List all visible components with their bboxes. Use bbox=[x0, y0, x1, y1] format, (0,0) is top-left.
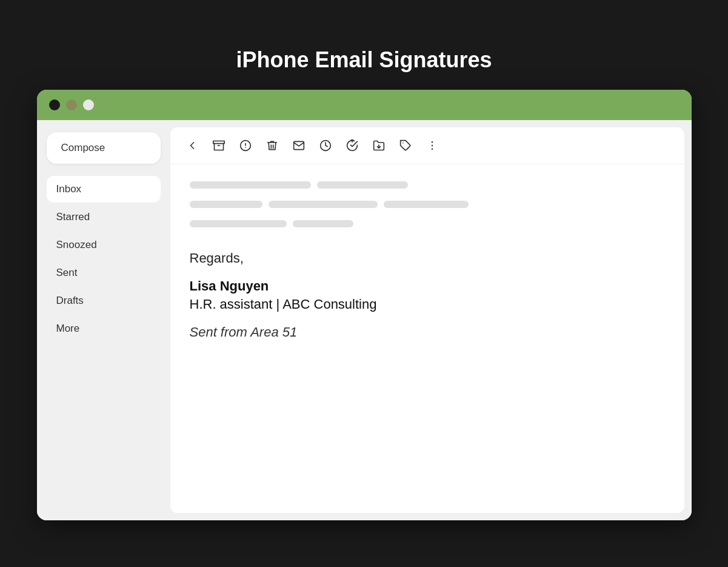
add-task-icon[interactable] bbox=[345, 138, 359, 153]
svg-point-11 bbox=[431, 141, 433, 143]
sidebar-item-inbox[interactable]: Inbox bbox=[47, 176, 161, 203]
label-icon[interactable] bbox=[398, 138, 413, 153]
page-title: iPhone Email Signatures bbox=[236, 47, 492, 73]
placeholder-line bbox=[190, 201, 262, 208]
back-icon[interactable] bbox=[185, 138, 199, 153]
signature-title: H.R. assistant | ABC Consulting bbox=[190, 297, 665, 312]
placeholder-line bbox=[190, 181, 311, 189]
archive-icon[interactable] bbox=[212, 138, 226, 153]
svg-rect-0 bbox=[213, 141, 224, 143]
titlebar bbox=[37, 90, 692, 120]
email-regards: Regards, bbox=[190, 250, 665, 266]
sidebar-item-snoozed[interactable]: Snoozed bbox=[47, 232, 161, 258]
mark-unread-icon[interactable] bbox=[292, 138, 306, 153]
minimize-button[interactable] bbox=[66, 99, 77, 110]
report-spam-icon[interactable] bbox=[238, 138, 253, 153]
sidebar-item-drafts[interactable]: Drafts bbox=[47, 287, 161, 314]
more-options-icon[interactable] bbox=[425, 138, 439, 153]
placeholder-line bbox=[293, 220, 353, 227]
placeholder-line bbox=[317, 181, 408, 189]
email-signature: Lisa Nguyen H.R. assistant | ABC Consult… bbox=[190, 278, 665, 340]
toolbar bbox=[170, 127, 684, 164]
compose-button[interactable]: Compose bbox=[47, 132, 161, 164]
close-button[interactable] bbox=[49, 99, 60, 110]
sidebar-item-sent[interactable]: Sent bbox=[47, 260, 161, 286]
sidebar: Compose Inbox Starred Snoozed Sent Draft… bbox=[37, 120, 170, 520]
placeholder-line bbox=[190, 220, 287, 227]
maximize-button[interactable] bbox=[83, 99, 94, 110]
email-body: Regards, Lisa Nguyen H.R. assistant | AB… bbox=[170, 164, 684, 513]
move-to-icon[interactable] bbox=[372, 138, 386, 153]
signature-name: Lisa Nguyen bbox=[190, 278, 665, 294]
browser-body: Compose Inbox Starred Snoozed Sent Draft… bbox=[37, 120, 692, 520]
sidebar-item-starred[interactable]: Starred bbox=[47, 204, 161, 230]
sidebar-item-more[interactable]: More bbox=[47, 315, 161, 342]
main-content: Regards, Lisa Nguyen H.R. assistant | AB… bbox=[170, 127, 684, 513]
svg-point-12 bbox=[431, 144, 433, 146]
delete-icon[interactable] bbox=[265, 138, 279, 153]
placeholder-line bbox=[384, 201, 469, 208]
browser-window: Compose Inbox Starred Snoozed Sent Draft… bbox=[37, 90, 692, 520]
snooze-icon[interactable] bbox=[318, 138, 333, 153]
placeholder-line bbox=[269, 201, 378, 208]
email-header-placeholders bbox=[190, 181, 665, 233]
svg-point-13 bbox=[431, 148, 433, 150]
signature-device: Sent from Area 51 bbox=[190, 324, 665, 340]
